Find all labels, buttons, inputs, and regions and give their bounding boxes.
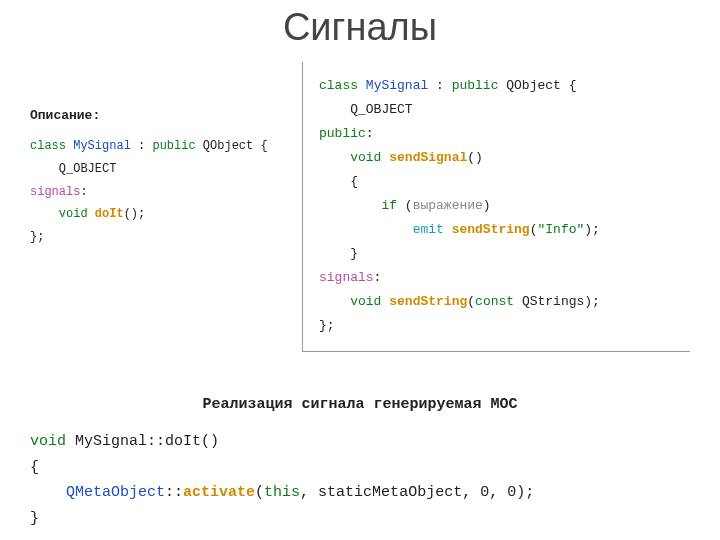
fn-sendsignal: sendSignal [389,150,467,165]
text: MySignal::doIt() [66,433,219,450]
macro-qobject: Q_OBJECT [30,162,116,176]
text: ( [255,484,264,501]
keyword-void: void [350,150,381,165]
class-name: MySignal [73,139,131,153]
left-column: Описание: class MySignal : public QObjec… [30,108,280,249]
keyword-void: void [59,207,88,221]
text: QStrings); [514,294,600,309]
keyword-signals: signals [30,185,80,199]
right-column: class MySignal : public QObject { Q_OBJE… [302,62,690,352]
text: }; [30,230,44,244]
macro-qobject: Q_OBJECT [319,102,413,117]
text [30,207,59,221]
text: ) [483,198,491,213]
text: :: [165,484,183,501]
slide-title: Сигналы [0,6,720,49]
class-qmetaobject: QMetaObject [66,484,165,501]
text: : [374,270,382,285]
text: QObject { [196,139,268,153]
keyword-public: public [319,126,366,141]
text: QObject { [498,78,576,93]
keyword-this: this [264,484,300,501]
text: ); [584,222,600,237]
keyword-void: void [350,294,381,309]
text: : [131,139,153,153]
string-literal: "Info" [537,222,584,237]
keyword-class: class [30,139,66,153]
keyword-emit: emit [413,222,444,237]
text: ( [467,294,475,309]
fn-activate: activate [183,484,255,501]
fn-doit: doIt [95,207,124,221]
fn-sendstring: sendString [452,222,530,237]
text: , staticMetaObject, 0, 0); [300,484,534,501]
slide: Сигналы Описание: class MySignal : publi… [0,0,720,540]
text: : [80,185,87,199]
right-code-block: class MySignal : public QObject { Q_OBJE… [319,74,690,339]
text: { [319,174,358,189]
text [30,484,66,501]
text: () [467,150,483,165]
keyword-public: public [452,78,499,93]
expression-placeholder: выражение [413,198,483,213]
bottom-section: Реализация сигнала генерируемая MOC void… [30,396,690,531]
text: } [30,510,39,527]
text: { [30,459,39,476]
text: (); [124,207,146,221]
text [319,294,350,309]
bottom-code-block: void MySignal::doIt() { QMetaObject::act… [30,429,690,531]
keyword-public: public [152,139,195,153]
text: ( [397,198,413,213]
text: : [428,78,451,93]
text: : [366,126,374,141]
text: }; [319,318,335,333]
text [88,207,95,221]
text [319,198,381,213]
description-label: Описание: [30,108,280,123]
keyword-class: class [319,78,358,93]
text [319,150,350,165]
text: } [319,246,358,261]
keyword-if: if [381,198,397,213]
keyword-void: void [30,433,66,450]
fn-sendstring: sendString [389,294,467,309]
bottom-heading: Реализация сигнала генерируемая MOC [30,396,690,413]
text [444,222,452,237]
text [319,222,413,237]
keyword-const: const [475,294,514,309]
keyword-signals: signals [319,270,374,285]
left-code-block: class MySignal : public QObject { Q_OBJE… [30,135,280,249]
class-name: MySignal [366,78,428,93]
